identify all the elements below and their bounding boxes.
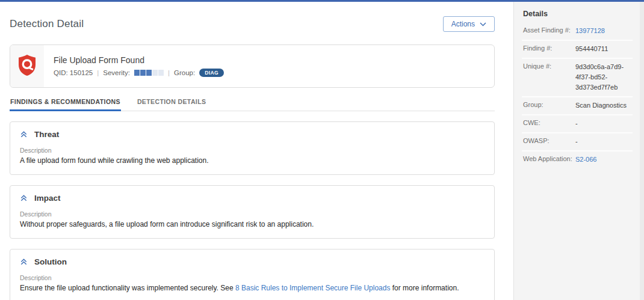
details-panel-title: Details	[523, 10, 633, 18]
severity-segment	[146, 70, 152, 76]
tab-bar: FINDINGS & RECOMMENDATIONSDETECTION DETA…	[10, 94, 495, 111]
description-label: Description	[20, 147, 485, 154]
finding-title: File Upload Form Found	[54, 55, 224, 65]
actions-button-label: Actions	[451, 20, 475, 28]
section-header: Impact	[20, 194, 485, 203]
section-title: Threat	[34, 130, 59, 139]
double-chevron-up-icon[interactable]	[20, 194, 28, 202]
top-accent-line	[0, 0, 644, 2]
section-header: Threat	[20, 130, 485, 139]
section-card-threat: ThreatDescriptionA file upload form foun…	[10, 121, 495, 175]
group-label: Group:	[174, 69, 195, 76]
severity-label: Severity:	[103, 69, 130, 76]
logo-box	[10, 45, 44, 87]
section-title: Solution	[34, 257, 67, 266]
detail-row: Group:Scan Diagnostics	[522, 97, 633, 115]
qualys-shield-icon	[17, 54, 37, 79]
severity-segment	[158, 70, 164, 76]
actions-button[interactable]: Actions	[443, 16, 495, 32]
section-body: A file upload form found while crawling …	[20, 156, 485, 165]
detail-value: -	[575, 136, 631, 147]
chevron-down-icon	[480, 22, 486, 26]
main-content: Detection Detail Actions File	[0, 0, 513, 300]
secure-file-uploads-link[interactable]: 8 Basic Rules to Implement Secure File U…	[235, 284, 390, 292]
section-card-solution: SolutionDescriptionEnsure the file uploa…	[10, 249, 495, 300]
detection-detail-page: Detection Detail Actions File	[0, 0, 644, 300]
finding-summary-body: File Upload Form Found QID: 150125 | Sev…	[44, 45, 234, 87]
detail-value: 9d3d0c6a-a7d9-4f37-bd52-3d373ed7f7eb	[575, 62, 631, 93]
severity-segment	[152, 70, 158, 76]
details-rows: Asset Finding #:13977128Finding #:954440…	[522, 23, 633, 168]
detail-label: CWE:	[523, 118, 575, 129]
tab-findings-recommendations[interactable]: FINDINGS & RECOMMENDATIONS	[10, 94, 121, 111]
section-card-impact: ImpactDescriptionWithout proper safeguar…	[10, 185, 495, 239]
description-label: Description	[20, 274, 485, 281]
double-chevron-up-icon[interactable]	[20, 258, 28, 266]
detail-row: Finding #:954440711	[522, 41, 633, 59]
detail-label: Web Application:	[523, 155, 575, 165]
tab-detection-details[interactable]: DETECTION DETAILS	[137, 94, 207, 111]
description-label: Description	[20, 210, 485, 218]
detail-row: Web Application:S2-066	[522, 152, 633, 168]
double-chevron-up-icon[interactable]	[20, 130, 28, 138]
qid-label-value: QID: 150125	[54, 69, 93, 76]
details-panel: Details Asset Finding #:13977128Finding …	[513, 0, 644, 300]
page-title: Detection Detail	[10, 18, 84, 30]
scrollbar[interactable]	[640, 0, 644, 300]
finding-summary-card: File Upload Form Found QID: 150125 | Sev…	[10, 44, 495, 88]
detail-row: Unique #:9d3d0c6a-a7d9-4f37-bd52-3d373ed…	[522, 59, 633, 97]
detail-label: OWASP:	[523, 136, 575, 147]
section-header: Solution	[20, 257, 485, 266]
sections-container: ThreatDescriptionA file upload form foun…	[10, 121, 495, 300]
finding-meta-row: QID: 150125 | Severity: | Group: DIAG	[54, 69, 224, 78]
detail-value-link[interactable]: 13977128	[575, 26, 631, 36]
detail-label: Group:	[523, 100, 575, 111]
section-body: Ensure the file upload functionality was…	[20, 283, 485, 293]
severity-segment	[134, 70, 140, 76]
group-badge: DIAG	[199, 69, 224, 78]
detail-value: Scan Diagnostics	[575, 100, 631, 111]
detail-label: Asset Finding #:	[523, 26, 575, 36]
section-body: Without proper safeguards, a file upload…	[20, 219, 485, 229]
detail-row: Asset Finding #:13977128	[522, 23, 633, 41]
detail-value: -	[575, 118, 631, 129]
detail-value-link[interactable]: S2-066	[575, 155, 631, 165]
separator: |	[97, 69, 99, 76]
detail-row: CWE:-	[522, 115, 633, 133]
detail-row: OWASP:-	[522, 133, 633, 152]
detail-value: 954440711	[575, 44, 631, 54]
severity-segment	[140, 70, 146, 76]
severity-meter	[134, 70, 164, 76]
separator: |	[168, 69, 170, 76]
detail-label: Unique #:	[523, 62, 575, 93]
detail-label: Finding #:	[523, 44, 575, 54]
page-header: Detection Detail Actions	[10, 16, 495, 32]
section-title: Impact	[34, 194, 61, 203]
